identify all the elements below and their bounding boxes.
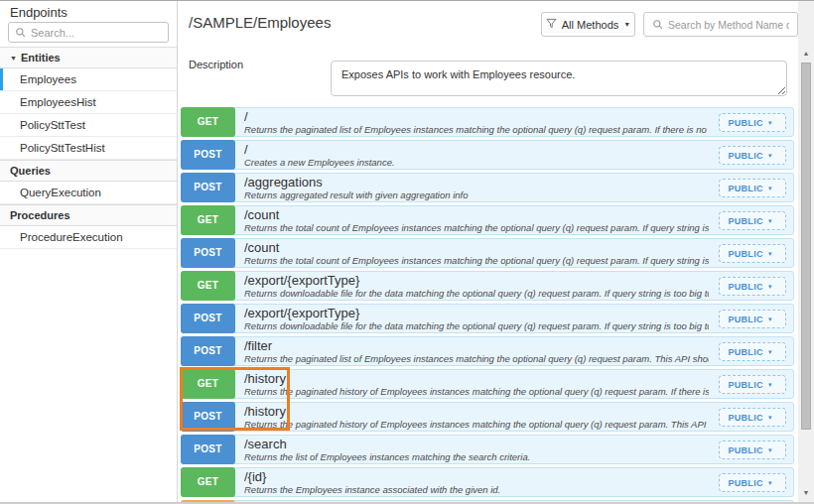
access-button[interactable]: PUBLIC ▼ — [719, 179, 786, 197]
access-label: PUBLIC — [728, 249, 762, 259]
sidebar-sections: ▼Entities Employees EmployeesHist Policy… — [0, 47, 177, 249]
endpoint-description: Returns the paginated list of Employees … — [244, 124, 709, 136]
access-label: PUBLIC — [728, 118, 762, 128]
chevron-down-icon: ▼ — [767, 447, 773, 453]
access-label: PUBLIC — [728, 478, 762, 488]
endpoint-row[interactable]: GET /export/{exportType} Returns downloa… — [181, 271, 794, 301]
page-title: /SAMPLE/Employees — [189, 14, 331, 31]
access-button[interactable]: PUBLIC ▼ — [719, 375, 786, 394]
access-button[interactable]: PUBLIC ▼ — [719, 310, 786, 328]
method-badge: POST — [181, 173, 235, 202]
app-window: Endpoints ▼Entities Employees EmployeesH… — [0, 0, 814, 504]
sidebar-item-label: ProcedureExecution — [20, 231, 123, 243]
sidebar-search-input[interactable] — [31, 27, 162, 39]
access-button[interactable]: PUBLIC ▼ — [719, 441, 786, 459]
sidebar-item[interactable]: PolicySttTest — [0, 114, 177, 137]
endpoint-path: /export/{exportType} — [244, 273, 709, 288]
access-label: PUBLIC — [728, 151, 762, 161]
access-button[interactable]: PUBLIC ▼ — [719, 473, 786, 492]
access-label: PUBLIC — [728, 347, 762, 357]
endpoint-row[interactable]: GET /count Returns the total count of Em… — [181, 205, 794, 235]
endpoint-row[interactable]: GET /{id} Returns the Employees instance… — [181, 467, 794, 497]
endpoint-path: /count — [244, 240, 709, 255]
access-button[interactable]: PUBLIC ▼ — [719, 211, 786, 230]
endpoint-description: Creates a new Employees instance. — [244, 157, 709, 169]
section-caret-icon: ▼ — [10, 55, 17, 62]
sidebar-item[interactable]: PolicySttTestHist — [0, 137, 177, 160]
vertical-scrollbar[interactable]: ▲ ▼ — [798, 1, 814, 502]
endpoint-path: /history — [244, 404, 709, 419]
endpoint-description: Returns the total count of Employees ins… — [244, 222, 709, 234]
sidebar: Endpoints ▼Entities Employees EmployeesH… — [0, 1, 178, 502]
endpoint-row[interactable]: POST /aggregations Returns aggregated re… — [181, 173, 794, 202]
methods-filter-label: All Methods — [562, 19, 618, 31]
access-label: PUBLIC — [728, 380, 762, 390]
endpoint-description: Returns the paginated history of Employe… — [244, 419, 709, 431]
methods-filter-dropdown[interactable]: All Methods ▼ — [541, 12, 635, 37]
access-label: PUBLIC — [728, 184, 762, 193]
section-label: Entities — [21, 52, 61, 63]
endpoint-description: Returns the paginated list of Employees … — [244, 353, 709, 365]
scrollbar-up-icon[interactable]: ▲ — [798, 47, 814, 61]
filter-funnel-icon — [546, 18, 557, 31]
section-items: QueryExecution — [0, 182, 177, 204]
method-badge: POST — [181, 336, 235, 366]
method-badge: GET — [181, 467, 235, 497]
method-badge: GET — [181, 271, 235, 301]
access-button[interactable]: PUBLIC ▼ — [719, 277, 786, 296]
scrollbar-thumb[interactable] — [801, 63, 811, 430]
access-button[interactable]: PUBLIC ▼ — [719, 408, 786, 427]
sidebar-section-header[interactable]: Procedures — [0, 204, 177, 226]
endpoint-row[interactable] — [181, 500, 794, 504]
chevron-down-icon: ▼ — [623, 21, 630, 28]
access-label: PUBLIC — [728, 282, 762, 292]
sidebar-section-header[interactable]: ▼Entities — [0, 47, 177, 68]
endpoint-list: GET / Returns the paginated list of Empl… — [181, 107, 794, 504]
endpoint-row[interactable]: POST /filter Returns the paginated list … — [181, 336, 794, 366]
sidebar-title: Endpoints — [0, 1, 177, 19]
method-badge: GET — [181, 205, 235, 235]
method-search — [643, 12, 798, 37]
endpoint-row[interactable]: POST /history Returns the paginated hist… — [181, 402, 794, 432]
chevron-down-icon: ▼ — [767, 415, 773, 421]
sidebar-section-header[interactable]: Queries — [0, 160, 177, 182]
main-panel: /SAMPLE/Employees All Methods ▼ Descript… — [179, 1, 798, 502]
sidebar-item-label: Employees — [20, 73, 76, 85]
chevron-down-icon: ▼ — [767, 480, 773, 486]
sidebar-item[interactable]: Employees — [0, 68, 177, 91]
method-badge — [181, 500, 235, 504]
method-search-input[interactable] — [668, 19, 789, 31]
sidebar-item[interactable]: EmployeesHist — [0, 91, 177, 114]
endpoint-row[interactable]: POST / Creates a new Employees instance.… — [181, 140, 794, 170]
chevron-down-icon: ▼ — [767, 316, 773, 322]
access-button[interactable]: PUBLIC ▼ — [719, 146, 786, 165]
endpoint-row[interactable]: POST /export/{exportType} Returns downlo… — [181, 304, 794, 333]
sidebar-item[interactable]: ProcedureExecution — [0, 226, 177, 249]
endpoint-row[interactable]: GET / Returns the paginated list of Empl… — [181, 107, 794, 137]
access-button[interactable]: PUBLIC ▼ — [719, 244, 786, 263]
endpoint-description: Returns the Employees instance associate… — [244, 484, 709, 496]
description-input[interactable]: Exposes APIs to work with Employees reso… — [331, 61, 787, 96]
chevron-down-icon: ▼ — [767, 251, 773, 257]
endpoint-description: Returns downloadable file for the data m… — [244, 320, 709, 332]
endpoint-row[interactable]: POST /search Returns the list of Employe… — [181, 435, 794, 464]
scrollbar-down-icon[interactable]: ▼ — [798, 486, 814, 500]
endpoint-row[interactable]: POST /count Returns the total count of E… — [181, 238, 794, 268]
chevron-down-icon: ▼ — [767, 120, 773, 126]
sidebar-item[interactable]: QueryExecution — [0, 182, 177, 204]
endpoint-path: /count — [244, 207, 709, 222]
method-badge: POST — [181, 238, 235, 268]
method-badge: POST — [181, 435, 235, 464]
chevron-down-icon: ▼ — [767, 186, 773, 191]
method-badge: POST — [181, 402, 235, 432]
endpoint-description: Returns the total count of Employees ins… — [244, 255, 709, 267]
endpoint-description: Returns aggregated result with given agg… — [244, 189, 709, 201]
chevron-down-icon: ▼ — [767, 349, 773, 355]
method-badge: POST — [181, 304, 235, 333]
access-button[interactable]: PUBLIC ▼ — [719, 342, 786, 361]
access-button[interactable]: PUBLIC ▼ — [719, 113, 786, 132]
endpoint-path: / — [244, 109, 709, 124]
endpoint-description: Returns the paginated history of Employe… — [244, 386, 709, 398]
endpoint-row[interactable]: GET /history Returns the paginated histo… — [181, 369, 794, 399]
chevron-down-icon: ▼ — [767, 218, 773, 224]
